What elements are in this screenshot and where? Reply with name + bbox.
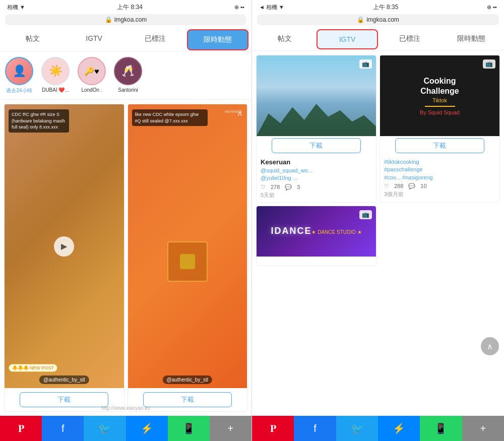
story-label-recent: 過去24小時 bbox=[6, 87, 32, 94]
dance-text: IDANCE bbox=[271, 226, 311, 236]
igtv-badge-2: 📺 bbox=[483, 59, 495, 69]
share-facebook-left[interactable]: f bbox=[42, 416, 84, 441]
messenger-icon: ⚡ bbox=[141, 422, 153, 434]
tab-tagged-right[interactable]: 已標注 bbox=[380, 29, 439, 49]
twitter-icon: 🐦 bbox=[98, 422, 111, 434]
left-phone-panel: 相機 ▼ 上午 8:34 ⊕ ▪▪ 🔒 imgkoa.com 帖文 IGTV 已… bbox=[0, 0, 252, 441]
right-address-bar[interactable]: 🔒 imgkoa.com bbox=[257, 14, 499, 25]
left-tab-bar: 帖文 IGTV 已標注 限時動態 bbox=[0, 28, 251, 52]
tab-tagged-left[interactable]: 已標注 bbox=[126, 29, 185, 50]
post-image-1: CDC RC ghw #R size S (hardware belakang … bbox=[5, 104, 124, 388]
igtv-likes-1: 278 bbox=[271, 184, 280, 191]
left-status-bar: 相機 ▼ 上午 8:34 ⊕ ▪▪ bbox=[0, 0, 251, 14]
igtv-download-btn-1[interactable]: 下載 bbox=[272, 138, 361, 153]
igtv-subtitle-2: #tiktokcooking#passchallenge#coo... #nas… bbox=[384, 159, 433, 180]
share-pinterest-right[interactable]: 𝐏 bbox=[252, 416, 294, 441]
right-twitter-icon: 🐦 bbox=[351, 422, 363, 434]
left-posts-area: CDC RC ghw #R size S (hardware belakang … bbox=[0, 100, 251, 416]
trees-silhouette bbox=[257, 104, 376, 136]
story-avatar-london: 🔑♥ bbox=[78, 57, 106, 85]
pinterest-icon: 𝐏 bbox=[18, 423, 24, 434]
igtv-stats-1: ♡ 278 💬 3 bbox=[261, 184, 372, 191]
right-messenger-icon: ⚡ bbox=[393, 422, 405, 434]
story-item-dubai[interactable]: ☀️ DUBAI ❤️... bbox=[40, 57, 71, 94]
share-more-right[interactable]: + bbox=[462, 416, 504, 441]
cooking-overlay: CookingChallenge Tiktok By Squid Squad bbox=[380, 55, 499, 136]
right-lock-icon: 🔒 bbox=[357, 16, 364, 23]
story-avatar-santorini: 🥂 bbox=[114, 57, 142, 85]
dance-sub: ★ DANCE STUDIO ★ bbox=[311, 229, 361, 235]
tab-igtv-left[interactable]: IGTV bbox=[65, 29, 124, 50]
share-whatsapp-left[interactable]: 📱 bbox=[168, 416, 210, 441]
igtv-card-3: IDANCE ★ DANCE STUDIO ★ 📺 bbox=[256, 206, 376, 266]
igtv-sub-2: #tiktokcooking#passchallenge#coo... #nas… bbox=[384, 158, 495, 181]
igtv-comments-1: 3 bbox=[297, 184, 300, 191]
new-post-label: NEW POST bbox=[30, 365, 54, 370]
share-messenger-left[interactable]: ⚡ bbox=[126, 416, 168, 441]
cooking-by: By Squid Squad bbox=[420, 109, 460, 115]
share-whatsapp-right[interactable]: 📱 bbox=[420, 416, 462, 441]
whatsapp-icon: 📱 bbox=[182, 422, 195, 434]
story-item-recent[interactable]: 👤 過去24小時 bbox=[4, 57, 34, 94]
facebook-icon: f bbox=[61, 423, 65, 434]
tab-posts-left[interactable]: 帖文 bbox=[3, 29, 62, 50]
igtv-sub-1: @squid_squad_wo...@yuliel10ng ... bbox=[261, 167, 372, 182]
right-time: 上午 8:35 bbox=[373, 3, 399, 12]
right-battery: ⊕ ▪▪ bbox=[487, 4, 497, 11]
igtv-comments-icon-1: 💬 bbox=[285, 184, 292, 191]
igtv-stats-2: ♡ 288 💬 10 bbox=[384, 183, 495, 190]
cooking-underline bbox=[425, 106, 455, 107]
right-more-icon: + bbox=[480, 423, 486, 434]
right-phone-panel: ◄ 相機 ▼ 上午 8:35 ⊕ ▪▪ 🔒 imgkoa.com 帖文 IGTV… bbox=[252, 0, 504, 441]
left-time: 上午 8:34 bbox=[117, 3, 143, 12]
share-facebook-right[interactable]: f bbox=[294, 416, 336, 441]
igtv-card-2: CookingChallenge Tiktok By Squid Squad 📺… bbox=[380, 55, 500, 203]
more-icon: + bbox=[228, 423, 234, 434]
left-url: imgkoa.com bbox=[114, 16, 147, 23]
cooking-tiktok: Tiktok bbox=[432, 97, 447, 103]
story-item-london[interactable]: 🔑♥ LondOn . bbox=[77, 57, 107, 94]
igtv-thumb-3: IDANCE ★ DANCE STUDIO ★ 📺 bbox=[257, 206, 376, 257]
buckle-visual bbox=[180, 254, 195, 269]
post-image-2: HERMÈS like new CDC white epsom ghw #Q s… bbox=[128, 104, 247, 388]
left-status-left: 相機 ▼ bbox=[7, 4, 25, 11]
igtv-likes-icon-2: ♡ bbox=[384, 183, 389, 190]
left-share-bar: 𝐏 f 🐦 ⚡ 📱 + bbox=[0, 416, 251, 441]
igtv-time-2: 3個月前 bbox=[384, 191, 495, 198]
share-twitter-left[interactable]: 🐦 bbox=[84, 416, 125, 441]
share-twitter-right[interactable]: 🐦 bbox=[336, 416, 378, 441]
right-status-left: ◄ 相機 ▼ bbox=[259, 4, 284, 11]
right-url: imgkoa.com bbox=[366, 16, 399, 23]
post-card-2: HERMÈS like new CDC white epsom ghw #Q s… bbox=[128, 104, 248, 412]
download-button-2[interactable]: 下載 bbox=[143, 392, 232, 407]
story-label-dubai: DUBAI ❤️... bbox=[42, 87, 69, 93]
share-pinterest-left[interactable]: 𝐏 bbox=[0, 416, 42, 441]
tab-stories-right[interactable]: 限時動態 bbox=[442, 29, 501, 49]
share-more-left[interactable]: + bbox=[210, 416, 251, 441]
right-whatsapp-icon: 📱 bbox=[434, 422, 447, 434]
igtv-download-wrap-1: 下載 bbox=[257, 136, 376, 155]
post-username-2: @authentic_by_stl bbox=[163, 375, 212, 384]
story-item-santorini[interactable]: 🥂 Santorini bbox=[113, 57, 143, 94]
tab-igtv-right[interactable]: IGTV bbox=[317, 29, 378, 49]
tab-posts-right[interactable]: 帖文 bbox=[255, 29, 314, 49]
igtv-download-btn-2[interactable]: 下載 bbox=[395, 138, 484, 153]
share-messenger-right[interactable]: ⚡ bbox=[378, 416, 420, 441]
left-address-bar[interactable]: 🔒 imgkoa.com bbox=[5, 14, 246, 25]
scroll-up-button[interactable]: ∧ bbox=[481, 337, 499, 355]
igtv-title-1: Keseruan bbox=[261, 158, 372, 166]
igtv-badge-3: 📺 bbox=[359, 210, 372, 219]
igtv-comments-icon-2: 💬 bbox=[408, 183, 415, 190]
post-text-1: CDC RC ghw #R size S (hardware belakang … bbox=[9, 109, 69, 133]
right-status-right: ⊕ ▪▪ bbox=[487, 4, 497, 11]
igtv-info-1: Keseruan @squid_squad_wo...@yuliel10ng .… bbox=[257, 155, 376, 202]
download-button-1[interactable]: 下載 bbox=[20, 392, 108, 407]
tab-stories-left[interactable]: 限時動態 bbox=[187, 29, 248, 50]
post-username-1: @authentic_by_stl bbox=[39, 375, 89, 384]
story-avatar-dubai: ☀️ bbox=[41, 57, 70, 85]
left-camera-label: 相機 ▼ bbox=[7, 4, 25, 11]
post-text-2: like new CDC white epsom ghw #Q still se… bbox=[132, 109, 208, 126]
up-arrow-icon: ∧ bbox=[237, 108, 243, 118]
play-button-1[interactable]: ▶ bbox=[54, 236, 74, 257]
left-battery: ⊕ ▪▪ bbox=[234, 4, 244, 11]
